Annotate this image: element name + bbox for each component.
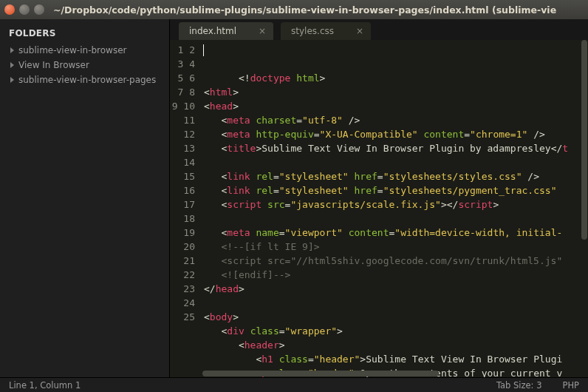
tab-bar: index.html × styles.css × [170, 19, 588, 40]
folder-item[interactable]: View In Browser [0, 58, 169, 72]
tab-label: index.html [189, 26, 236, 36]
tab-styles-css[interactable]: styles.css × [281, 22, 371, 40]
status-position[interactable]: Line 1, Column 1 [9, 380, 91, 391]
code-editor[interactable]: 1 2 3 4 5 6 7 8 9 10 11 12 13 14 15 16 1… [170, 40, 588, 377]
status-bar: Line 1, Column 1 Tab Size: 3 PHP [0, 377, 588, 392]
close-icon[interactable]: × [356, 26, 363, 36]
chevron-right-icon [10, 62, 14, 68]
window-titlebar: ~/Dropbox/code/python/sublime-plugins/su… [0, 0, 588, 19]
sidebar-heading: FOLDERS [0, 25, 169, 43]
code-content[interactable]: <!doctype html> <html> <head> <meta char… [202, 40, 588, 377]
line-gutter: 1 2 3 4 5 6 7 8 9 10 11 12 13 14 15 16 1… [170, 40, 202, 377]
tab-index-html[interactable]: index.html × [179, 22, 273, 40]
vertical-scrollbar[interactable] [581, 40, 588, 370]
folder-item[interactable]: sublime-view-in-browser [0, 43, 169, 58]
chevron-right-icon [10, 47, 14, 53]
folder-label: View In Browser [18, 60, 89, 70]
scrollbar-thumb[interactable] [202, 371, 439, 376]
status-tabsize[interactable]: Tab Size: 3 [486, 380, 553, 391]
chevron-right-icon [10, 77, 14, 83]
scrollbar-thumb[interactable] [581, 40, 587, 240]
close-icon[interactable]: × [259, 26, 266, 36]
window-title: ~/Dropbox/code/python/sublime-plugins/su… [53, 4, 556, 16]
text-cursor [203, 44, 204, 56]
folder-label: sublime-view-in-browser-pages [18, 75, 156, 85]
tab-label: styles.css [291, 26, 334, 36]
sidebar: FOLDERS sublime-view-in-browser View In … [0, 19, 170, 377]
window-minimize-icon[interactable] [19, 4, 30, 15]
folder-label: sublime-view-in-browser [18, 45, 126, 55]
window-maximize-icon[interactable] [34, 4, 44, 15]
status-syntax[interactable]: PHP [552, 380, 579, 391]
window-close-icon[interactable] [4, 4, 15, 15]
editor-area: index.html × styles.css × 1 2 3 4 5 6 7 … [170, 19, 588, 377]
horizontal-scrollbar[interactable] [202, 370, 587, 377]
folder-item[interactable]: sublime-view-in-browser-pages [0, 72, 169, 87]
